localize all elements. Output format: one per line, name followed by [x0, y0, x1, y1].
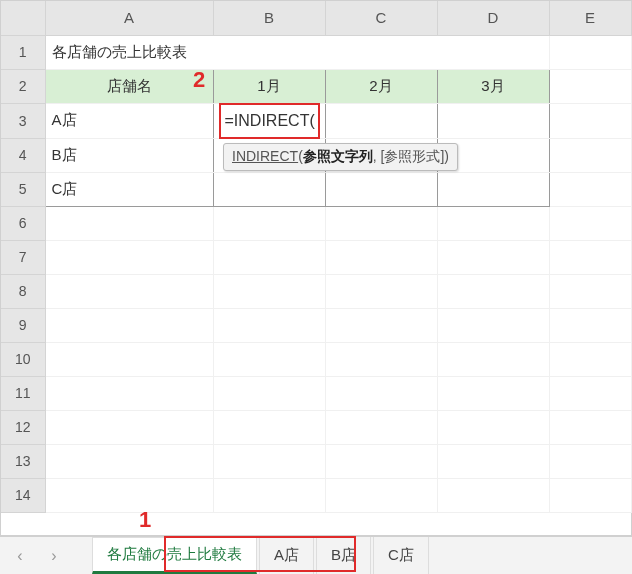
row-header-7[interactable]: 7: [1, 240, 45, 274]
cell-A4[interactable]: B店: [45, 138, 213, 172]
tooltip-arg2[interactable]: [参照形式]: [381, 148, 445, 164]
sheet-tab-2[interactable]: A店: [259, 537, 314, 574]
row-header-14[interactable]: 14: [1, 478, 45, 512]
cell-A5[interactable]: C店: [45, 172, 213, 206]
cell-D5[interactable]: [437, 172, 549, 206]
cell-B3[interactable]: =INDIRECT(: [213, 103, 325, 138]
row-header-8[interactable]: 8: [1, 274, 45, 308]
chevron-right-icon: ›: [51, 547, 56, 565]
col-header-E[interactable]: E: [549, 1, 631, 35]
row-header-6[interactable]: 6: [1, 206, 45, 240]
col-header-C[interactable]: C: [325, 1, 437, 35]
cell-D3[interactable]: [437, 103, 549, 138]
column-header-row: A B C D E: [1, 1, 631, 35]
sheet-tab-bar: ‹ › 各店舗の売上比較表 A店 B店 C店: [0, 536, 632, 574]
row-header-13[interactable]: 13: [1, 444, 45, 478]
cell-C3[interactable]: [325, 103, 437, 138]
tooltip-fn[interactable]: INDIRECT: [232, 148, 298, 164]
col-header-A[interactable]: A: [45, 1, 213, 35]
cell-A1[interactable]: 各店舗の売上比較表: [45, 35, 549, 69]
cell-C2[interactable]: 2月: [325, 69, 437, 103]
row-header-4[interactable]: 4: [1, 138, 45, 172]
row-header-10[interactable]: 10: [1, 342, 45, 376]
tab-nav-next[interactable]: ›: [38, 541, 70, 571]
row-header-5[interactable]: 5: [1, 172, 45, 206]
sheet-tab-4[interactable]: C店: [373, 537, 429, 574]
cell-B2[interactable]: 1月: [213, 69, 325, 103]
col-header-B[interactable]: B: [213, 1, 325, 35]
cell-E1[interactable]: [549, 35, 631, 69]
col-header-D[interactable]: D: [437, 1, 549, 35]
tooltip-arg1[interactable]: 参照文字列: [303, 148, 373, 164]
tab-nav-prev[interactable]: ‹: [4, 541, 36, 571]
cell-A3[interactable]: A店: [45, 103, 213, 138]
function-tooltip: INDIRECT(参照文字列, [参照形式]): [223, 143, 458, 171]
row-header-3[interactable]: 3: [1, 103, 45, 138]
cell-A2[interactable]: 店舗名: [45, 69, 213, 103]
cell-E2[interactable]: [549, 69, 631, 103]
cell-E3[interactable]: [549, 103, 631, 138]
cell-B5[interactable]: [213, 172, 325, 206]
cell-E5[interactable]: [549, 172, 631, 206]
row-header-1[interactable]: 1: [1, 35, 45, 69]
select-all-corner[interactable]: [1, 1, 45, 35]
row-header-11[interactable]: 11: [1, 376, 45, 410]
sheet-tab-active[interactable]: 各店舗の売上比較表: [92, 537, 257, 574]
cell-D2[interactable]: 3月: [437, 69, 549, 103]
cell-C5[interactable]: [325, 172, 437, 206]
cell-A6[interactable]: [45, 206, 213, 240]
chevron-left-icon: ‹: [17, 547, 22, 565]
row-header-2[interactable]: 2: [1, 69, 45, 103]
row-header-9[interactable]: 9: [1, 308, 45, 342]
spreadsheet: A B C D E 1 各店舗の売上比較表 2 店舗名 1月 2月 3月 3: [0, 0, 632, 536]
formula-editor[interactable]: =INDIRECT(: [219, 103, 320, 139]
grid-area[interactable]: A B C D E 1 各店舗の売上比較表 2 店舗名 1月 2月 3月 3: [1, 1, 631, 513]
cell-E4[interactable]: [549, 138, 631, 172]
sheet-tab-3[interactable]: B店: [316, 537, 371, 574]
row-header-12[interactable]: 12: [1, 410, 45, 444]
